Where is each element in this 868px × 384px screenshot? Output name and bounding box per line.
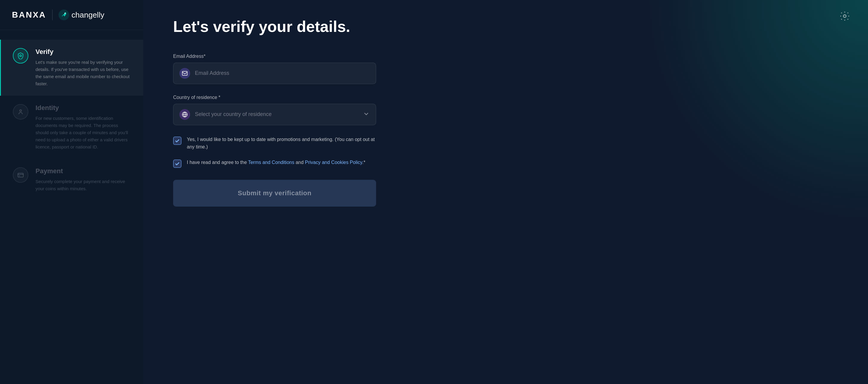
svg-point-3 bbox=[20, 110, 22, 111]
privacy-link[interactable]: Privacy and Cookies Policy bbox=[305, 160, 362, 165]
svg-point-6 bbox=[843, 15, 846, 18]
payment-step-icon bbox=[13, 167, 28, 183]
svg-rect-7 bbox=[182, 71, 187, 75]
changelly-rocket-icon bbox=[59, 9, 69, 20]
marketing-checkbox-label: Yes, I would like to be kept up to date … bbox=[187, 136, 376, 151]
step-verify[interactable]: Verify Let's make sure you're real by ve… bbox=[0, 40, 143, 96]
chevron-down-icon bbox=[363, 110, 370, 119]
form-section: Email Address* Country of residence * bbox=[173, 54, 376, 207]
terms-and: and bbox=[294, 160, 305, 165]
email-label: Email Address* bbox=[173, 54, 376, 59]
sidebar-header: BANXA changelly bbox=[0, 0, 143, 30]
country-select[interactable]: Select your country of residence bbox=[173, 104, 376, 125]
identity-step-title: Identity bbox=[35, 104, 131, 112]
step-identity: Identity For new customers, some identif… bbox=[0, 96, 143, 159]
svg-rect-4 bbox=[18, 173, 23, 177]
payment-step-desc: Securely complete your payment and recei… bbox=[35, 178, 131, 192]
terms-dot: .* bbox=[362, 160, 365, 165]
svg-point-1 bbox=[64, 13, 65, 14]
terms-label-before: I have read and agree to the bbox=[187, 160, 248, 165]
checkboxes-section: Yes, I would like to be kept up to date … bbox=[173, 136, 376, 168]
terms-checkbox-label: I have read and agree to the Terms and C… bbox=[187, 159, 365, 166]
identity-step-icon bbox=[13, 104, 28, 119]
email-icon bbox=[179, 68, 190, 79]
email-field-group: Email Address* bbox=[173, 54, 376, 84]
email-input[interactable] bbox=[195, 70, 370, 76]
settings-button[interactable] bbox=[839, 11, 850, 23]
country-label: Country of residence * bbox=[173, 95, 376, 100]
logo-divider bbox=[52, 9, 53, 20]
terms-checkbox[interactable] bbox=[173, 160, 182, 168]
payment-step-title: Payment bbox=[35, 167, 131, 175]
identity-step-content: Identity For new customers, some identif… bbox=[35, 104, 131, 150]
changelly-text: changelly bbox=[72, 10, 104, 20]
page-title: Let's verify your details. bbox=[173, 18, 838, 36]
marketing-checkbox-item: Yes, I would like to be kept up to date … bbox=[173, 136, 376, 151]
step-payment: Payment Securely complete your payment a… bbox=[0, 159, 143, 201]
identity-step-desc: For new customers, some identification d… bbox=[35, 115, 131, 150]
svg-rect-5 bbox=[19, 176, 20, 176]
marketing-checkbox[interactable] bbox=[173, 137, 182, 145]
email-input-wrapper bbox=[173, 63, 376, 84]
verify-step-content: Verify Let's make sure you're real by ve… bbox=[35, 48, 131, 88]
payment-step-content: Payment Securely complete your payment a… bbox=[35, 167, 131, 192]
verify-step-icon bbox=[13, 48, 28, 64]
logo-changelly: changelly bbox=[59, 9, 104, 20]
country-placeholder: Select your country of residence bbox=[195, 111, 358, 117]
logo-banxa: BANXA bbox=[12, 10, 46, 20]
terms-link[interactable]: Terms and Conditions bbox=[248, 160, 294, 165]
svg-point-2 bbox=[20, 55, 22, 57]
terms-checkbox-item: I have read and agree to the Terms and C… bbox=[173, 159, 376, 168]
submit-button[interactable]: Submit my verification bbox=[173, 180, 376, 207]
country-field-group: Country of residence * Select your count… bbox=[173, 95, 376, 125]
globe-icon bbox=[179, 109, 190, 120]
verify-step-desc: Let's make sure you're real by verifying… bbox=[35, 59, 131, 88]
sidebar: BANXA changelly Verify Let's bbox=[0, 0, 143, 384]
verify-step-title: Verify bbox=[35, 48, 131, 56]
sidebar-steps: Verify Let's make sure you're real by ve… bbox=[0, 30, 143, 384]
main-content: Let's verify your details. Email Address… bbox=[143, 0, 868, 384]
